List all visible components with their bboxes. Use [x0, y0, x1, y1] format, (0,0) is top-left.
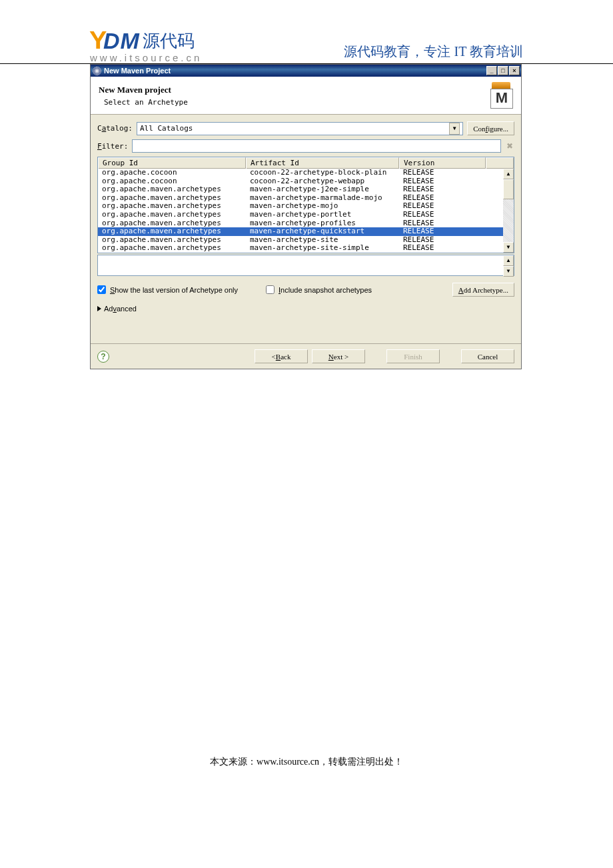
- banner-title: New Maven project: [99, 85, 488, 95]
- expand-icon: [97, 306, 101, 311]
- window-icon: [93, 67, 101, 75]
- table-row[interactable]: org.apache.maven.archetypesmaven-archety…: [98, 185, 514, 194]
- maximize-button[interactable]: □: [498, 66, 508, 75]
- help-icon[interactable]: ?: [97, 351, 109, 363]
- window-title: New Maven Project: [104, 67, 171, 75]
- page-header: Y DM 源代码 www.itsource.cn 源代码教育，专注 IT 教育培…: [0, 27, 613, 64]
- table-row[interactable]: org.apache.maven.archetypesmaven-archety…: [98, 211, 514, 219]
- add-archetype-button[interactable]: Add Archetype...: [452, 283, 514, 297]
- table-row[interactable]: org.apache.cocooncocoon-22-archetype-blo…: [98, 169, 514, 177]
- desc-scrollbar[interactable]: ▲ ▼: [503, 255, 514, 275]
- titlebar[interactable]: New Maven Project _ □ ×: [91, 65, 521, 77]
- footer-link[interactable]: www.itsource.cn: [257, 757, 319, 767]
- catalog-label: Catalog:: [97, 124, 133, 133]
- advanced-label: Advanced: [104, 305, 137, 313]
- header-slogan: 源代码教育，专注 IT 教育培训: [344, 43, 523, 63]
- snapshot-label: Include snapshot archetypes: [279, 286, 372, 294]
- catalog-combo[interactable]: All Catalogs ▼: [137, 122, 463, 135]
- back-button[interactable]: < Back: [255, 349, 308, 363]
- last-version-label: Show the last version of Archetype only: [110, 286, 238, 294]
- dialog-window: New Maven Project _ □ × New Maven projec…: [90, 64, 522, 369]
- page-footer: 本文来源：www.itsource.cn，转载需注明出处！: [0, 756, 613, 788]
- close-button[interactable]: ×: [509, 66, 520, 75]
- logo: Y DM 源代码 www.itsource.cn: [90, 27, 202, 63]
- scrollbar[interactable]: ▲ ▼: [503, 169, 514, 253]
- scroll-up-icon[interactable]: ▲: [503, 169, 514, 179]
- configure-button[interactable]: Configure...: [467, 121, 514, 135]
- scroll-down-icon[interactable]: ▼: [503, 242, 514, 253]
- snapshot-checkbox[interactable]: [266, 285, 275, 294]
- scroll-thumb[interactable]: [503, 179, 514, 199]
- logo-url: www.itsource.cn: [90, 52, 202, 63]
- archetype-table[interactable]: Group Id Artifact Id Version org.apache.…: [97, 157, 514, 253]
- footer-suffix: ，转载需注明出处！: [319, 757, 403, 767]
- table-row[interactable]: org.apache.maven.archetypesmaven-archety…: [98, 253, 514, 253]
- scroll-up-icon[interactable]: ▲: [503, 255, 514, 266]
- minimize-button[interactable]: _: [486, 66, 497, 75]
- banner-subtitle: Select an Archetype: [104, 98, 488, 107]
- finish-button: Finish: [386, 349, 440, 363]
- filter-input[interactable]: [132, 139, 501, 153]
- table-row[interactable]: org.apache.maven.archetypesmaven-archety…: [98, 227, 514, 236]
- header-version[interactable]: Version: [399, 157, 486, 169]
- chevron-down-icon[interactable]: ▼: [449, 123, 460, 135]
- description-box: ▲ ▼: [97, 255, 514, 276]
- clear-filter-icon[interactable]: ✖: [505, 141, 514, 151]
- next-button[interactable]: Next >: [312, 349, 365, 363]
- maven-icon: [488, 82, 514, 109]
- advanced-toggle[interactable]: Advanced: [97, 305, 514, 313]
- logo-swoosh-icon: Y: [89, 27, 105, 55]
- dialog-footer: ? < Back Next > Finish Cancel: [91, 343, 521, 369]
- last-version-checkbox[interactable]: [97, 285, 106, 294]
- scroll-down-icon[interactable]: ▼: [503, 266, 514, 277]
- filter-label: Filter:: [97, 142, 128, 151]
- logo-text-cn: 源代码: [143, 29, 195, 53]
- table-header[interactable]: Group Id Artifact Id Version: [98, 157, 514, 169]
- wizard-banner: New Maven project Select an Archetype: [91, 77, 521, 115]
- footer-prefix: 本文来源：: [210, 757, 257, 767]
- logo-text-dm: DM: [103, 28, 140, 54]
- cancel-button[interactable]: Cancel: [461, 349, 514, 363]
- header-artifact[interactable]: Artifact Id: [246, 157, 399, 169]
- catalog-value: All Catalogs: [140, 124, 193, 133]
- header-group[interactable]: Group Id: [98, 157, 246, 169]
